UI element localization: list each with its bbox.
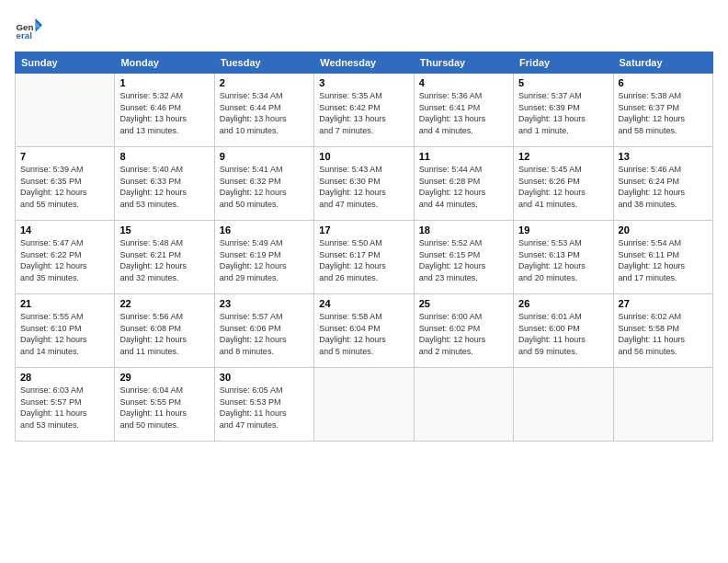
day-info: Sunrise: 5:44 AMSunset: 6:28 PMDaylight:… [419,164,508,210]
week-row-1: 1Sunrise: 5:32 AMSunset: 6:46 PMDaylight… [16,74,713,147]
day-number: 15 [119,224,209,236]
day-number: 11 [419,151,508,162]
page: Gen eral SundayMondayTuesdayWednesdayThu… [0,0,728,563]
day-info: Sunrise: 5:34 AMSunset: 6:44 PMDaylight:… [220,90,309,136]
day-number: 18 [419,224,508,236]
day-info: Sunrise: 5:54 AMSunset: 6:11 PMDaylight:… [619,237,708,283]
day-number: 12 [518,151,608,162]
week-row-2: 7Sunrise: 5:39 AMSunset: 6:35 PMDaylight… [16,147,713,221]
calendar-cell: 24Sunrise: 5:58 AMSunset: 6:04 PMDayligh… [314,294,414,368]
day-number: 24 [319,298,408,309]
calendar-cell: 28Sunrise: 6:03 AMSunset: 5:57 PMDayligh… [16,368,115,442]
day-number: 2 [220,77,309,88]
calendar-cell: 13Sunrise: 5:46 AMSunset: 6:24 PMDayligh… [613,147,712,221]
calendar-cell: 6Sunrise: 5:38 AMSunset: 6:37 PMDaylight… [613,74,712,147]
calendar-cell: 27Sunrise: 6:02 AMSunset: 5:58 PMDayligh… [613,294,712,368]
calendar-cell: 4Sunrise: 5:36 AMSunset: 6:41 PMDaylight… [414,74,513,147]
day-number: 6 [619,77,708,88]
calendar-cell: 19Sunrise: 5:53 AMSunset: 6:13 PMDayligh… [514,221,613,294]
calendar-cell: 16Sunrise: 5:49 AMSunset: 6:19 PMDayligh… [214,221,313,294]
day-info: Sunrise: 5:48 AMSunset: 6:21 PMDaylight:… [119,237,209,283]
logo: Gen eral [15,15,46,42]
svg-text:eral: eral [17,30,33,40]
day-info: Sunrise: 5:36 AMSunset: 6:41 PMDaylight:… [419,90,508,136]
day-number: 10 [319,151,408,162]
calendar-cell [514,368,613,442]
calendar-cell: 3Sunrise: 5:35 AMSunset: 6:42 PMDaylight… [314,74,414,147]
calendar-cell: 10Sunrise: 5:43 AMSunset: 6:30 PMDayligh… [314,147,414,221]
header: Gen eral [15,15,713,42]
column-header-tuesday: Tuesday [214,52,313,74]
calendar-cell: 18Sunrise: 5:52 AMSunset: 6:15 PMDayligh… [414,221,513,294]
calendar-cell: 29Sunrise: 6:04 AMSunset: 5:55 PMDayligh… [115,368,214,442]
day-info: Sunrise: 5:41 AMSunset: 6:32 PMDaylight:… [220,164,309,210]
calendar-cell: 21Sunrise: 5:55 AMSunset: 6:10 PMDayligh… [16,294,115,368]
day-number: 16 [220,224,309,236]
calendar-cell: 26Sunrise: 6:01 AMSunset: 6:00 PMDayligh… [514,294,613,368]
day-info: Sunrise: 5:45 AMSunset: 6:26 PMDaylight:… [518,164,608,210]
day-number: 4 [419,77,508,88]
day-info: Sunrise: 5:47 AMSunset: 6:22 PMDaylight:… [20,237,109,283]
week-row-3: 14Sunrise: 5:47 AMSunset: 6:22 PMDayligh… [16,221,713,294]
calendar-cell: 12Sunrise: 5:45 AMSunset: 6:26 PMDayligh… [514,147,613,221]
column-header-wednesday: Wednesday [314,52,414,74]
day-number: 8 [119,151,209,162]
day-info: Sunrise: 5:32 AMSunset: 6:46 PMDaylight:… [119,90,209,136]
day-info: Sunrise: 5:37 AMSunset: 6:39 PMDaylight:… [518,90,608,136]
day-number: 13 [619,151,708,162]
day-number: 30 [220,372,309,383]
week-row-5: 28Sunrise: 6:03 AMSunset: 5:57 PMDayligh… [16,368,713,442]
day-number: 14 [20,224,109,236]
calendar-cell: 17Sunrise: 5:50 AMSunset: 6:17 PMDayligh… [314,221,414,294]
calendar-cell: 2Sunrise: 5:34 AMSunset: 6:44 PMDaylight… [214,74,313,147]
day-info: Sunrise: 5:38 AMSunset: 6:37 PMDaylight:… [619,90,708,136]
day-number: 3 [319,77,408,88]
day-number: 29 [119,372,209,383]
calendar-cell [414,368,513,442]
calendar-cell: 8Sunrise: 5:40 AMSunset: 6:33 PMDaylight… [115,147,214,221]
calendar-cell: 11Sunrise: 5:44 AMSunset: 6:28 PMDayligh… [414,147,513,221]
week-row-4: 21Sunrise: 5:55 AMSunset: 6:10 PMDayligh… [16,294,713,368]
calendar-cell: 25Sunrise: 6:00 AMSunset: 6:02 PMDayligh… [414,294,513,368]
day-number: 1 [119,77,209,88]
calendar-cell [613,368,712,442]
day-info: Sunrise: 5:58 AMSunset: 6:04 PMDaylight:… [319,311,408,357]
day-info: Sunrise: 5:49 AMSunset: 6:19 PMDaylight:… [220,237,309,283]
day-info: Sunrise: 5:35 AMSunset: 6:42 PMDaylight:… [319,90,408,136]
calendar-cell [314,368,414,442]
calendar-cell: 15Sunrise: 5:48 AMSunset: 6:21 PMDayligh… [115,221,214,294]
day-info: Sunrise: 6:05 AMSunset: 5:53 PMDaylight:… [220,385,309,431]
day-number: 25 [419,298,508,309]
day-number: 27 [619,298,708,309]
day-number: 21 [20,298,109,309]
day-number: 20 [619,224,708,236]
day-info: Sunrise: 6:03 AMSunset: 5:57 PMDaylight:… [20,385,109,431]
calendar-cell: 20Sunrise: 5:54 AMSunset: 6:11 PMDayligh… [613,221,712,294]
day-number: 5 [518,77,608,88]
day-info: Sunrise: 5:40 AMSunset: 6:33 PMDaylight:… [119,164,209,210]
logo-icon: Gen eral [15,15,42,42]
day-number: 22 [119,298,209,309]
column-header-friday: Friday [514,52,613,74]
header-row: SundayMondayTuesdayWednesdayThursdayFrid… [16,52,713,74]
day-info: Sunrise: 6:04 AMSunset: 5:55 PMDaylight:… [119,385,209,431]
day-number: 19 [518,224,608,236]
column-header-sunday: Sunday [16,52,115,74]
day-number: 28 [20,372,109,383]
calendar-table: SundayMondayTuesdayWednesdayThursdayFrid… [15,52,713,442]
calendar-cell: 7Sunrise: 5:39 AMSunset: 6:35 PMDaylight… [16,147,115,221]
day-number: 17 [319,224,408,236]
day-info: Sunrise: 5:56 AMSunset: 6:08 PMDaylight:… [119,311,209,357]
day-info: Sunrise: 5:53 AMSunset: 6:13 PMDaylight:… [518,237,608,283]
day-info: Sunrise: 5:43 AMSunset: 6:30 PMDaylight:… [319,164,408,210]
column-header-saturday: Saturday [613,52,712,74]
day-info: Sunrise: 5:57 AMSunset: 6:06 PMDaylight:… [220,311,309,357]
column-header-thursday: Thursday [414,52,513,74]
day-info: Sunrise: 5:50 AMSunset: 6:17 PMDaylight:… [319,237,408,283]
day-number: 7 [20,151,109,162]
calendar-cell: 30Sunrise: 6:05 AMSunset: 5:53 PMDayligh… [214,368,313,442]
day-info: Sunrise: 5:52 AMSunset: 6:15 PMDaylight:… [419,237,508,283]
calendar-cell: 1Sunrise: 5:32 AMSunset: 6:46 PMDaylight… [115,74,214,147]
day-info: Sunrise: 6:02 AMSunset: 5:58 PMDaylight:… [619,311,708,357]
calendar-cell: 14Sunrise: 5:47 AMSunset: 6:22 PMDayligh… [16,221,115,294]
